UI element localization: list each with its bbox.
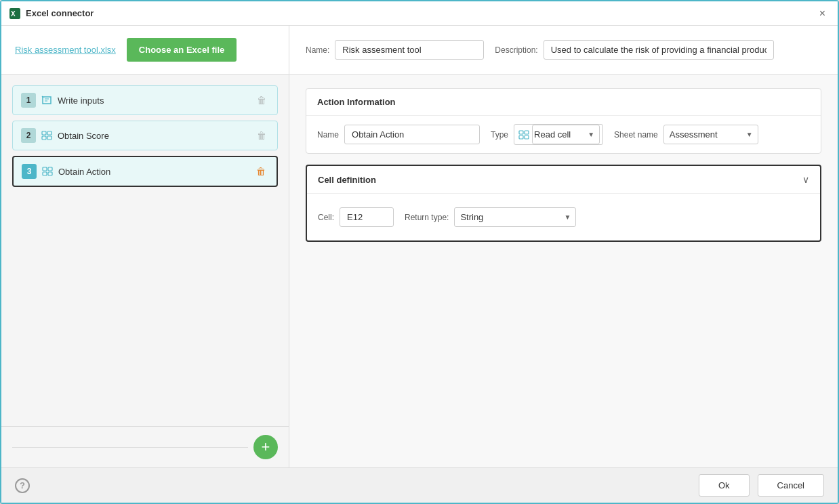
ok-button[interactable]: Ok xyxy=(699,474,750,497)
svg-rect-12 xyxy=(519,135,523,139)
cell-def-header: Cell definition ∨ xyxy=(307,166,820,194)
excel-connector-dialog: X Excel connector × Risk assessment tool… xyxy=(0,0,839,504)
dialog-title: Excel connector xyxy=(26,8,94,18)
action-num-2: 2 xyxy=(21,128,36,143)
right-panel: Name: Description: Action Information xyxy=(289,26,838,467)
cell-def-title: Cell definition xyxy=(318,175,376,185)
main-content: Risk assessment tool.xlsx Choose an Exce… xyxy=(1,26,838,467)
right-content: Action Information Name Type xyxy=(289,75,838,467)
sheet-name-group: Sheet name Assessment Sheet1 Sheet2 ▼ xyxy=(614,125,758,144)
type-select-wrapper: Read cell Write cell Read range ▼ xyxy=(532,125,600,144)
title-bar: X Excel connector × xyxy=(1,1,838,26)
sheet-select[interactable]: Assessment Sheet1 Sheet2 xyxy=(663,125,758,144)
svg-rect-7 xyxy=(48,167,52,171)
excel-icon: X xyxy=(9,8,20,19)
sheet-select-wrapper: Assessment Sheet1 Sheet2 ▼ xyxy=(663,125,758,144)
cell-def-body: Cell: Return type: String Number Boolean xyxy=(307,194,820,240)
svg-rect-9 xyxy=(48,172,52,175)
dialog-buttons: Ok Cancel xyxy=(699,474,824,497)
return-type-group: Return type: String Number Boolean Date … xyxy=(405,207,576,227)
add-btn-container: + xyxy=(1,426,289,467)
cell-input[interactable] xyxy=(340,207,394,227)
action-item-2[interactable]: 2 Obtain Score 🗑 xyxy=(12,121,278,150)
description-label: Description: xyxy=(495,45,537,55)
close-button[interactable]: × xyxy=(815,7,830,20)
action-info-body: Name Type xyxy=(306,116,821,153)
help-button[interactable]: ? xyxy=(15,478,30,493)
action-num-1: 1 xyxy=(21,93,36,108)
action-name-group: Name xyxy=(317,125,480,144)
action-delete-3[interactable]: 🗑 xyxy=(253,165,268,178)
svg-rect-4 xyxy=(42,136,46,140)
description-input[interactable] xyxy=(544,40,774,60)
bottom-bar: ? Ok Cancel xyxy=(1,467,838,503)
svg-rect-2 xyxy=(42,131,46,135)
add-action-button[interactable]: + xyxy=(253,435,278,459)
cancel-button[interactable]: Cancel xyxy=(758,474,824,497)
action-info-header: Action Information xyxy=(306,89,821,116)
action-num-3: 3 xyxy=(22,164,37,179)
return-type-label: Return type: xyxy=(405,213,449,222)
action-item-3[interactable]: 3 Obtain Action 🗑 xyxy=(12,156,278,187)
description-field-group: Description: xyxy=(495,40,773,60)
choose-file-button[interactable]: Choose an Excel file xyxy=(127,38,237,62)
action-delete-1[interactable]: 🗑 xyxy=(254,93,269,107)
action-delete-2[interactable]: 🗑 xyxy=(254,129,269,142)
top-info-bar: Name: Description: xyxy=(289,26,838,75)
svg-rect-3 xyxy=(47,131,52,135)
sheet-name-label: Sheet name xyxy=(614,130,658,140)
name-field-group: Name: xyxy=(306,40,484,60)
title-bar-left: X Excel connector xyxy=(9,8,94,19)
svg-rect-8 xyxy=(43,172,47,175)
name-input[interactable] xyxy=(335,40,484,60)
cell-definition-card: Cell definition ∨ Cell: Return type: xyxy=(306,165,821,242)
action-label-1: Write inputs xyxy=(58,96,249,106)
obtain-score-icon xyxy=(41,131,52,140)
type-select[interactable]: Read cell Write cell Read range xyxy=(532,125,600,144)
file-bar: Risk assessment tool.xlsx Choose an Exce… xyxy=(1,26,289,75)
action-info-card: Action Information Name Type xyxy=(306,88,821,154)
svg-rect-10 xyxy=(519,131,523,134)
obtain-action-icon xyxy=(42,167,53,176)
name-label: Name: xyxy=(306,45,329,55)
svg-rect-6 xyxy=(43,167,47,171)
action-label-3: Obtain Action xyxy=(58,167,248,177)
cell-field-group: Cell: xyxy=(318,207,394,227)
read-cell-type-icon xyxy=(518,130,529,140)
return-type-select-wrapper: String Number Boolean Date ▼ xyxy=(454,207,576,227)
write-inputs-icon xyxy=(41,96,52,105)
svg-rect-11 xyxy=(525,131,529,134)
svg-text:X: X xyxy=(11,10,16,18)
cell-label: Cell: xyxy=(318,213,334,222)
action-name-input[interactable] xyxy=(344,125,480,144)
left-panel: Risk assessment tool.xlsx Choose an Exce… xyxy=(1,26,289,467)
cell-def-row: Cell: Return type: String Number Boolean xyxy=(318,207,809,227)
return-type-select[interactable]: String Number Boolean Date xyxy=(454,207,576,227)
svg-rect-13 xyxy=(525,135,529,139)
action-type-label: Type xyxy=(491,130,508,140)
action-item-1[interactable]: 1 Write inputs 🗑 xyxy=(12,85,278,115)
cell-def-toggle[interactable]: ∨ xyxy=(802,174,809,185)
svg-rect-5 xyxy=(47,136,52,140)
action-name-label: Name xyxy=(317,130,339,140)
actions-list: 1 Write inputs 🗑 2 xyxy=(1,75,289,426)
action-label-2: Obtain Score xyxy=(58,131,249,141)
action-info-title: Action Information xyxy=(317,97,396,107)
file-link[interactable]: Risk assessment tool.xlsx xyxy=(15,45,116,55)
action-type-group: Type xyxy=(491,124,603,145)
